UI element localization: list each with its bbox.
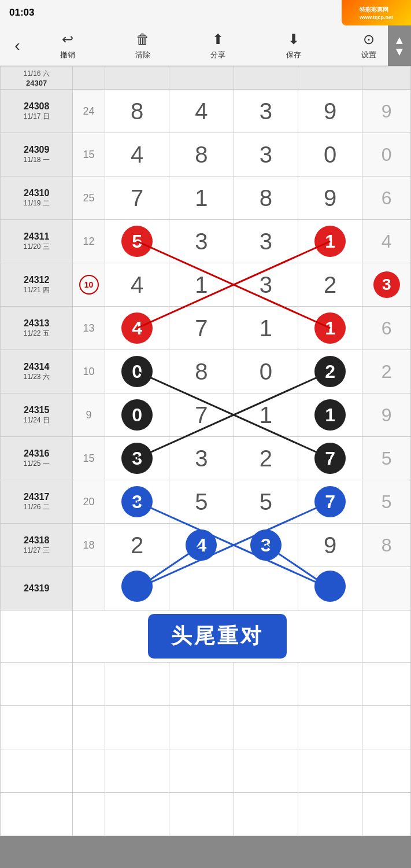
watermark: 特彩彩票网www.tqcp.net (342, 0, 411, 25)
data-table: 11/16 六 24307 24308 11/17 日 24 8 4 3 9 9 (0, 66, 411, 836)
table-row: 24317 11/26 二 20 3 5 5 7 5 (1, 480, 411, 524)
d1-24310: 7 (105, 176, 169, 220)
sum-24315: 9 (73, 393, 105, 437)
d3-24314: 0 (234, 350, 298, 393)
header-d3 (234, 67, 298, 90)
d1-24317: 3 (105, 480, 169, 524)
share-button[interactable]: ⬆ 分享 (202, 31, 234, 60)
sum-24312: 10 (73, 263, 105, 307)
toolbar: ‹ ↩ 撤销 🗑 清除 ⬆ 分享 ⬇ 保存 ⊙ 设置 (0, 25, 411, 66)
d4-24317: 7 (298, 480, 362, 524)
banner-row: 头尾重对 (1, 610, 411, 663)
d4-24314: 2 (298, 350, 362, 393)
header-sum (73, 67, 105, 90)
clear-label: 清除 (135, 50, 150, 60)
share-label: 分享 (210, 50, 225, 60)
status-bar: 01:03 📶 🔊 🔋 特彩彩票网www.tqcp.net (0, 0, 411, 25)
d4-24315: 1 (298, 393, 362, 437)
trash-icon: 🗑 (136, 31, 150, 47)
scroll-indicator[interactable]: ▲▼ (388, 25, 411, 66)
d1-24319 (105, 567, 169, 610)
d2-24315: 7 (169, 393, 234, 437)
last-24310: 6 (362, 176, 411, 220)
sum-24309: 15 (73, 133, 105, 176)
sum-24319 (73, 567, 105, 610)
last-24312: 3 (362, 263, 411, 307)
sum-24311: 12 (73, 220, 105, 263)
d2-24317: 5 (169, 480, 234, 524)
d1-24309: 4 (105, 133, 169, 176)
sum-24310: 25 (73, 176, 105, 220)
last-24313: 6 (362, 307, 411, 350)
row-id-24313: 24313 11/22 五 (1, 307, 73, 350)
last-24319 (362, 567, 411, 610)
table-row: 24309 11/18 一 15 4 8 3 0 0 (1, 133, 411, 176)
table-row: 24311 11/20 三 12 5 3 3 1 4 (1, 220, 411, 263)
d4-24308: 9 (298, 90, 362, 133)
table-row: 24313 11/22 五 13 4 7 1 1 6 (1, 307, 411, 350)
header-last (362, 67, 411, 90)
row-id-24311: 24311 11/20 三 (1, 220, 73, 263)
sum-24317: 20 (73, 480, 105, 524)
back-button[interactable]: ‹ (5, 36, 30, 55)
d3-24315: 1 (234, 393, 298, 437)
save-label: 保存 (286, 50, 301, 60)
table-row: 24310 11/19 二 25 7 1 8 9 6 (1, 176, 411, 220)
d3-24318: 3 (234, 524, 298, 567)
d2-24310: 1 (169, 176, 234, 220)
row-id-24317: 24317 11/26 二 (1, 480, 73, 524)
d2-24313: 7 (169, 307, 234, 350)
d2-24312: 1 (169, 263, 234, 307)
d1-24312: 4 (105, 263, 169, 307)
save-button[interactable]: ⬇ 保存 (277, 31, 310, 60)
d4-24316: 7 (298, 437, 362, 480)
d1-24313: 4 (105, 307, 169, 350)
d3-24310: 8 (234, 176, 298, 220)
last-24311: 4 (362, 220, 411, 263)
d4-24309: 0 (298, 133, 362, 176)
row-id-24312: 24312 11/21 四 (1, 263, 73, 307)
last-24314: 2 (362, 350, 411, 393)
last-24308: 9 (362, 90, 411, 133)
table-row: 24308 11/17 日 24 8 4 3 9 9 (1, 90, 411, 133)
row-id-24316: 24316 11/25 一 (1, 437, 73, 480)
row-id-24314: 24314 11/23 六 (1, 350, 73, 393)
table-container: 11/16 六 24307 24308 11/17 日 24 8 4 3 9 9 (0, 66, 411, 836)
sum-24316: 15 (73, 437, 105, 480)
scroll-arrows: ▲▼ (394, 34, 405, 57)
last-24309: 0 (362, 133, 411, 176)
empty-row-1 (1, 663, 411, 706)
banner-text: 头尾重对 (148, 614, 287, 659)
sum-24314: 10 (73, 350, 105, 393)
empty-row-3 (1, 749, 411, 793)
clear-button[interactable]: 🗑 清除 (127, 31, 159, 60)
d2-24314: 8 (169, 350, 234, 393)
table-row: 24312 11/21 四 10 4 1 3 2 3 (1, 263, 411, 307)
watermark-text: 特彩彩票网www.tqcp.net (360, 6, 393, 20)
gear-icon: ⊙ (363, 31, 375, 47)
share-icon: ⬆ (212, 31, 224, 47)
d3-24311: 3 (234, 220, 298, 263)
settings-button[interactable]: ⊙ 设置 (353, 31, 385, 60)
undo-icon: ↩ (62, 31, 73, 47)
last-24316: 5 (362, 437, 411, 480)
undo-button[interactable]: ↩ 撤销 (51, 31, 84, 60)
banner-id (1, 610, 73, 663)
d2-24309: 8 (169, 133, 234, 176)
d3-24308: 3 (234, 90, 298, 133)
table-row: 24316 11/25 一 15 3 3 2 7 5 (1, 437, 411, 480)
d3-24319 (234, 567, 298, 610)
d2-24316: 3 (169, 437, 234, 480)
d3-24309: 3 (234, 133, 298, 176)
header-d2 (169, 67, 234, 90)
settings-label: 设置 (361, 50, 376, 60)
table-row: 24318 11/27 三 18 2 4 3 9 8 (1, 524, 411, 567)
toolbar-actions: ↩ 撤销 🗑 清除 ⬆ 分享 ⬇ 保存 ⊙ 设置 (30, 31, 406, 60)
header-d1 (105, 67, 169, 90)
d1-24315: 0 (105, 393, 169, 437)
d1-24316: 3 (105, 437, 169, 480)
row-id-24315: 24315 11/24 日 (1, 393, 73, 437)
d4-24319 (298, 567, 362, 610)
undo-label: 撤销 (60, 50, 75, 60)
d4-24311: 1 (298, 220, 362, 263)
